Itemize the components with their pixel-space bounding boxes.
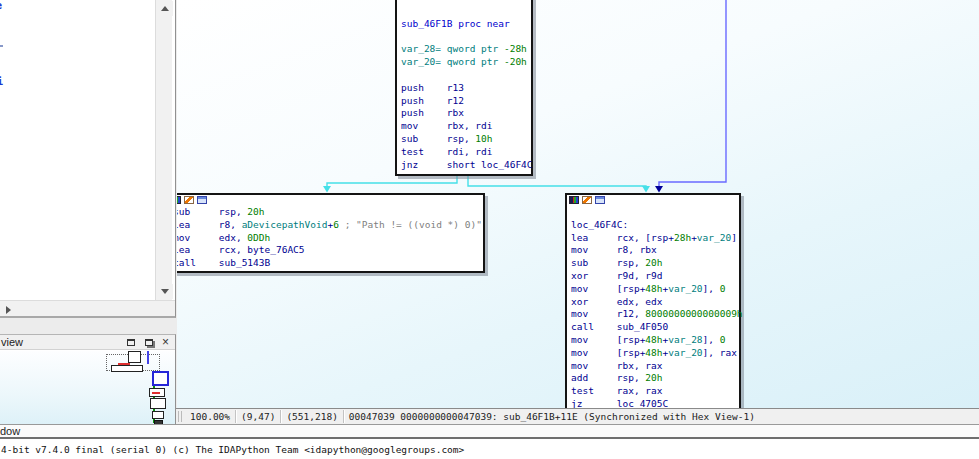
asm-line[interactable] xyxy=(401,31,531,44)
asm-line[interactable]: lea rcx, byte_76AC5 xyxy=(177,244,483,257)
asm-line[interactable]: sub_46F1B proc near xyxy=(401,18,531,31)
minimap-node xyxy=(152,411,164,419)
zoom-level: 100.00% xyxy=(185,410,236,423)
asm-line[interactable]: mov [rsp+48h+var_20], rax xyxy=(571,347,739,360)
output-window: dow 4-bit v7.4.0 final (serial 0) (c) Th… xyxy=(0,425,979,459)
minimap-edge xyxy=(152,392,160,394)
asm-line[interactable]: lea rcx, [rsp+28h+var_20] xyxy=(571,232,739,245)
asm-line[interactable]: sub rsp, 20h xyxy=(177,206,483,219)
minimap-node-selected xyxy=(152,371,169,386)
address-status: 00047039 0000000000047039: sub_46F1B+11E… xyxy=(344,410,760,423)
graph-overview-panel: view × xyxy=(0,334,176,425)
asm-line[interactable]: xor r9d, r9d xyxy=(571,270,739,283)
scroll-right-button[interactable] xyxy=(0,302,17,317)
asm-line[interactable]: call sub_5143B xyxy=(177,257,483,270)
asm-line[interactable]: call sub_4F050 xyxy=(571,321,739,334)
edge-arrowhead xyxy=(642,186,650,193)
up-arrow-icon xyxy=(161,6,169,11)
graph-overview-titlebar[interactable]: view × xyxy=(0,335,175,350)
asm-line[interactable]: push rbx xyxy=(401,107,531,120)
functions-panel[interactable]: e i xyxy=(0,0,176,318)
node-group-icon[interactable] xyxy=(595,196,605,204)
clipped-text-fragment xyxy=(0,45,3,47)
restore-icon xyxy=(127,339,135,346)
asm-line[interactable]: jnz short loc_46F4C xyxy=(401,159,531,172)
edge-arrowhead xyxy=(655,186,663,193)
node-edit-icon[interactable] xyxy=(582,196,592,204)
graph-node-coords: (9,47) xyxy=(236,410,281,423)
output-window-titlebar[interactable]: dow xyxy=(0,425,979,439)
down-arrow-icon xyxy=(161,289,169,294)
scroll-up-button[interactable] xyxy=(156,1,173,16)
scroll-down-button[interactable] xyxy=(156,284,173,299)
asm-line[interactable] xyxy=(401,5,531,18)
asm-code: sub_46F1B proc near var_28= qword ptr -2… xyxy=(397,4,531,172)
cursor-coords: (551,218) xyxy=(281,410,343,423)
clipped-text-fragment: i xyxy=(0,76,3,87)
asm-line[interactable]: test rax, rax xyxy=(571,385,739,398)
asm-line[interactable]: test rdi, rdi xyxy=(401,146,531,159)
asm-line[interactable]: lea r8, aDevicepathVoid+6 ; "Path != ((v… xyxy=(177,219,483,232)
statusbar-grip[interactable] xyxy=(178,411,183,422)
asm-line[interactable]: loc_46F4C: xyxy=(571,219,739,232)
basic-block-loc_46F4C[interactable]: loc_46F4C:lea rcx, [rsp+28h+var_20]mov r… xyxy=(565,193,741,408)
asm-code: loc_46F4C:lea rcx, [rsp+28h+var_20]mov r… xyxy=(567,205,739,408)
minimap-node xyxy=(128,351,141,363)
node-edit-icon[interactable] xyxy=(184,196,194,204)
asm-line[interactable]: mov [rsp+48h+var_20], 0 xyxy=(571,283,739,296)
node-toolbar xyxy=(567,195,739,205)
node-group-icon[interactable] xyxy=(197,196,207,204)
clipped-text-fragment: e xyxy=(0,0,2,11)
asm-line[interactable]: sub rsp, 20h xyxy=(571,257,739,270)
basic-block-fallthrough[interactable]: sub rsp, 20hlea r8, aDevicepathVoid+6 ; … xyxy=(177,193,485,273)
asm-line[interactable]: mov r12, 8000000000000009h xyxy=(571,308,739,321)
horizontal-scrollbar[interactable] xyxy=(0,300,175,316)
output-window-title: dow xyxy=(0,425,20,437)
restore-window-button[interactable] xyxy=(125,337,136,348)
vertical-scrollbar[interactable] xyxy=(155,0,172,300)
asm-line[interactable]: push r13 xyxy=(401,82,531,95)
ida-main-window: e i view × xyxy=(0,0,979,459)
close-window-button[interactable]: × xyxy=(160,337,171,348)
right-arrow-icon xyxy=(6,306,11,314)
basic-block-sub_46F1B[interactable]: sub_46F1B proc near var_28= qword ptr -2… xyxy=(395,0,533,176)
idapython-banner[interactable]: 4-bit v7.4.0 final (serial 0) (c) The ID… xyxy=(0,439,979,455)
float-icon xyxy=(145,339,153,346)
edge-arrowhead xyxy=(323,186,331,193)
asm-line[interactable]: jz loc_4705C xyxy=(571,398,739,408)
minimap-node xyxy=(111,365,143,372)
graph-view[interactable]: sub_46F1B proc near var_28= qword ptr -2… xyxy=(177,0,979,408)
node-color-icon[interactable] xyxy=(569,196,579,204)
asm-line[interactable]: add rsp, 20h xyxy=(571,372,739,385)
asm-line[interactable]: mov rbx, rdi xyxy=(401,120,531,133)
asm-line[interactable]: sub rsp, 10h xyxy=(401,133,531,146)
status-bar: 100.00% (9,47) (551,218) 00047039 000000… xyxy=(176,408,979,425)
graph-overview-minimap[interactable] xyxy=(0,351,175,425)
asm-line[interactable] xyxy=(571,206,739,219)
asm-line[interactable] xyxy=(401,69,531,82)
node-toolbar xyxy=(177,195,483,205)
asm-code: sub rsp, 20hlea r8, aDevicepathVoid+6 ; … xyxy=(177,205,483,271)
minimap-edge xyxy=(147,351,149,364)
asm-line[interactable]: mov r8, rbx xyxy=(571,244,739,257)
asm-line[interactable]: mov [rsp+48h+var_28], 0 xyxy=(571,334,739,347)
graph-overview-title: view xyxy=(1,336,23,348)
asm-line[interactable]: var_20= qword ptr -20h xyxy=(401,56,531,69)
node-color-icon[interactable] xyxy=(177,196,181,204)
asm-line[interactable]: mov edx, 0DDh xyxy=(177,232,483,245)
asm-line[interactable]: push r12 xyxy=(401,95,531,108)
asm-line[interactable]: xor edx, edx xyxy=(571,296,739,309)
edge-incoming xyxy=(659,0,726,186)
float-window-button[interactable] xyxy=(143,337,154,348)
minimap-node xyxy=(150,398,166,409)
asm-line[interactable]: mov rbx, rax xyxy=(571,360,739,373)
asm-line[interactable]: var_28= qword ptr -28h xyxy=(401,43,531,56)
